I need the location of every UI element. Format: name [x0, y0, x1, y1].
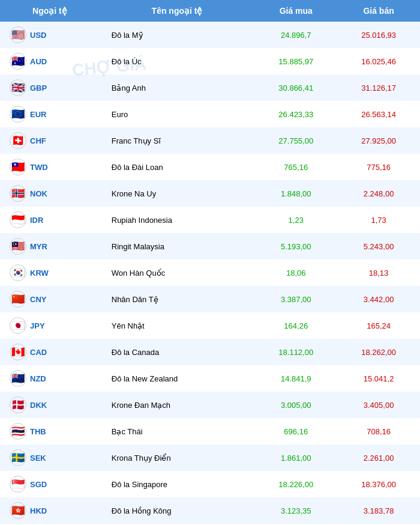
currency-code: NZD	[30, 374, 46, 383]
currency-name-cell: Đô la Mỹ	[100, 22, 255, 48]
sell-price-cell: 2.261,00	[337, 445, 420, 471]
currency-code: SEK	[30, 454, 46, 463]
flag-icon: 🇹🇼	[10, 159, 26, 175]
buy-price-cell: 1.848,00	[254, 180, 337, 207]
currency-name-cell: Bảng Anh	[100, 74, 255, 101]
currency-code: TWD	[30, 163, 48, 172]
buy-price-cell: 24.896,7	[254, 22, 337, 48]
currency-code-cell: 🇩🇰DKK	[0, 392, 100, 418]
sell-price-cell: 1,73	[337, 207, 420, 233]
flag-icon: 🇭🇰	[10, 502, 26, 519]
currency-code: JPY	[30, 321, 45, 330]
currency-code: KRW	[30, 269, 49, 278]
flag-icon: 🇹🇭	[10, 423, 26, 440]
currency-name-cell: Đô la Singapore	[100, 471, 255, 497]
table-row: 🇯🇵JPYYên Nhật164,26165,24	[0, 312, 420, 339]
buy-price-cell: 18.112,00	[254, 339, 337, 365]
table-header: Ngoại tệ Tên ngoại tệ Giá mua Giá bán	[0, 0, 420, 22]
table-row: 🇩🇰DKKKrone Đan Mạch3.005,003.405,00	[0, 392, 420, 418]
sell-price-cell: 165,24	[337, 312, 420, 339]
table-row: 🇳🇿NZDĐô la New Zealand14.841,915.041,2	[0, 365, 420, 392]
header-buy-price: Giá mua	[254, 0, 337, 22]
currency-name-cell: Đô la Canada	[100, 339, 255, 365]
currency-name-cell: Đô la Hồng Kông	[100, 497, 255, 524]
currency-name-cell: Rupiah Indonesia	[100, 207, 255, 233]
sell-price-cell: 26.563,14	[337, 101, 420, 127]
flag-icon: 🇸🇬	[10, 476, 26, 493]
currency-code: EUR	[30, 110, 46, 119]
flag-icon: 🇨🇦	[10, 344, 26, 360]
currency-code: THB	[30, 427, 46, 436]
buy-price-cell: 3.387,00	[254, 286, 337, 312]
buy-price-cell: 18,06	[254, 259, 337, 286]
table-row: 🇹🇼TWDĐô la Đài Loan765,16775,16	[0, 154, 420, 180]
currency-code: AUD	[30, 57, 47, 66]
currency-code-cell: 🇺🇸USD	[0, 22, 100, 48]
sell-price-cell: 27.925,00	[337, 127, 420, 154]
flag-icon: 🇺🇸	[10, 26, 26, 43]
currency-name-cell: Franc Thụy Sĩ	[100, 127, 255, 154]
flag-icon: 🇩🇰	[10, 396, 26, 413]
currency-code: IDR	[30, 216, 43, 225]
sell-price-cell: 3.442,00	[337, 286, 420, 312]
currency-code-cell: 🇬🇧GBP	[0, 74, 100, 101]
currency-code: GBP	[30, 83, 47, 93]
currency-code-cell: 🇳🇿NZD	[0, 365, 100, 392]
sell-price-cell: 18,13	[337, 259, 420, 286]
flag-icon: 🇦🇺	[10, 53, 26, 70]
table-row: 🇸🇬SGDĐô la Singapore18.226,0018.376,00	[0, 471, 420, 497]
currency-code: CHF	[30, 136, 46, 145]
currency-name-cell: Krona Thụy Điển	[100, 445, 255, 471]
sell-price-cell: 18.262,00	[337, 339, 420, 365]
table-row: 🇮🇩IDRRupiah Indonesia1,231,73	[0, 207, 420, 233]
table-row: 🇸🇪SEKKrona Thụy Điển1.861,002.261,00	[0, 445, 420, 471]
currency-name-cell: Krone Đan Mạch	[100, 392, 255, 418]
buy-price-cell: 765,16	[254, 154, 337, 180]
currency-code: MYR	[30, 242, 47, 251]
exchange-rate-table: Ngoại tệ Tên ngoại tệ Giá mua Giá bán 🇺🇸…	[0, 0, 420, 525]
header-sell-price: Giá bán	[337, 0, 420, 22]
currency-code-cell: 🇨🇦CAD	[0, 339, 100, 365]
currency-name-cell: Nhân Dân Tệ	[100, 286, 255, 312]
header-currency-name: Tên ngoại tệ	[100, 0, 255, 22]
currency-code: HKD	[30, 506, 47, 515]
currency-name-cell: Euro	[100, 101, 255, 127]
buy-price-cell: 5.193,00	[254, 233, 337, 259]
currency-code-cell: 🇹🇭THB	[0, 418, 100, 445]
sell-price-cell: 3.405,00	[337, 392, 420, 418]
table-row: 🇹🇭THBBạc Thái696,16708,16	[0, 418, 420, 445]
table-row: 🇺🇸USDĐô la Mỹ24.896,725.016,93	[0, 22, 420, 48]
table-row: 🇦🇺AUDĐô la Úc15.885,9716.025,46	[0, 48, 420, 74]
sell-price-cell: 2.248,00	[337, 180, 420, 207]
flag-icon: 🇳🇴	[10, 185, 26, 202]
buy-price-cell: 3.005,00	[254, 392, 337, 418]
currency-code: CAD	[30, 348, 47, 357]
currency-name-cell: Krone Na Uy	[100, 180, 255, 207]
table-row: 🇪🇺EUREuro26.423,3326.563,14	[0, 101, 420, 127]
currency-code: SGD	[30, 480, 47, 489]
currency-name-cell: Yên Nhật	[100, 312, 255, 339]
sell-price-cell: 16.025,46	[337, 48, 420, 74]
flag-icon: 🇮🇩	[10, 211, 26, 228]
currency-code: USD	[30, 31, 46, 40]
sell-price-cell: 15.041,2	[337, 365, 420, 392]
table-row: 🇨🇦CADĐô la Canada18.112,0018.262,00	[0, 339, 420, 365]
flag-icon: 🇨🇳	[10, 291, 26, 308]
table-body: 🇺🇸USDĐô la Mỹ24.896,725.016,93🇦🇺AUDĐô la…	[0, 22, 420, 525]
buy-price-cell: 696,16	[254, 418, 337, 445]
currency-code-cell: 🇸🇪SEK	[0, 445, 100, 471]
sell-price-cell: 25.016,93	[337, 22, 420, 48]
currency-code-cell: 🇳🇴NOK	[0, 180, 100, 207]
buy-price-cell: 1.861,00	[254, 445, 337, 471]
flag-icon: 🇸🇪	[10, 449, 26, 466]
buy-price-cell: 3.123,35	[254, 497, 337, 524]
currency-name-cell: Won Hàn Quốc	[100, 259, 255, 286]
table-row: 🇲🇾MYRRingit Malaysia5.193,005.243,00	[0, 233, 420, 259]
table-row: 🇨🇭CHFFranc Thụy Sĩ27.755,0027.925,00	[0, 127, 420, 154]
currency-code-cell: 🇪🇺EUR	[0, 101, 100, 127]
currency-code-cell: 🇭🇰HKD	[0, 497, 100, 524]
currency-name-cell: Đô la Đài Loan	[100, 154, 255, 180]
flag-icon: 🇲🇾	[10, 238, 26, 255]
sell-price-cell: 31.126,17	[337, 74, 420, 101]
sell-price-cell: 5.243,00	[337, 233, 420, 259]
